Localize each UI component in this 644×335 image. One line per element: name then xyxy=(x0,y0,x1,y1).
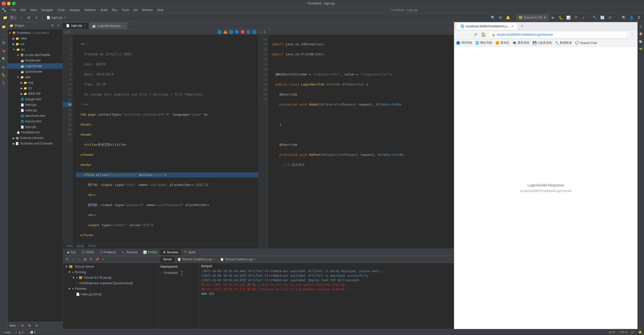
status-line-col[interactable]: 14:37 xyxy=(608,331,615,334)
browser-icon-4[interactable]: 🔵 xyxy=(235,30,239,34)
breadcrumb-form[interactable]: form xyxy=(88,244,95,248)
browser-reload-btn[interactable]: ↺ xyxy=(472,31,479,38)
tab-profiler[interactable]: 📊 Profiler xyxy=(141,250,160,255)
bookmark-sharedchat[interactable]: 💬 Shared Chat xyxy=(575,41,597,45)
debug-button[interactable]: 🐛 xyxy=(558,15,564,21)
profile-button[interactable]: ⏱ xyxy=(573,15,579,21)
bookmark-chongzhuang[interactable]: 💻 重装系统 xyxy=(512,41,530,45)
status-line-ending[interactable]: LF xyxy=(631,331,634,334)
browser-icon-6[interactable]: 🌀 xyxy=(246,30,251,34)
localhost-log-close[interactable]: ✕ xyxy=(213,258,215,261)
java-code-content[interactable]: import java.io.IOException; import java.… xyxy=(269,35,454,249)
structure-sidebar-icon[interactable]: 🏗 xyxy=(1,40,6,45)
editor-tab-login-jsp[interactable]: 📄 login.jsp ✕ xyxy=(63,22,89,29)
tree-web-inf[interactable]: ▶ 📁 WEB-INF xyxy=(8,91,63,97)
svc-tomcat-instance[interactable]: ▼ ● 🐱 Tomcat 9.0.30 [local] xyxy=(63,275,158,280)
tree-login-servlet[interactable]: ☕ LoginServlet xyxy=(8,63,63,69)
svc-refresh-btn[interactable]: ↺ xyxy=(64,257,69,262)
status-warnings[interactable]: ⚠ ▲ 3 xyxy=(15,330,23,334)
svc-filter-btn[interactable]: ⊽ xyxy=(89,257,94,262)
svc-add-btn[interactable]: + xyxy=(101,257,106,262)
status-encoding[interactable]: UTF-8 xyxy=(619,331,627,334)
jsp-code-scroll[interactable]: 12345 678910 11121314 1516171819 2021 <%… xyxy=(63,35,258,243)
menu-help[interactable]: Help xyxy=(155,8,166,12)
tree-iml[interactable]: 📋 FirstWeb4.iml xyxy=(8,130,63,135)
web-close-btn[interactable]: ✕ xyxy=(34,323,39,328)
menu-navigate[interactable]: Navigate xyxy=(39,8,55,12)
close-window-btn[interactable] xyxy=(2,2,6,5)
tree-web[interactable]: ▼ 📁 web xyxy=(8,74,63,80)
svc-group-btn[interactable]: ⊞ xyxy=(83,257,88,262)
settings-btn[interactable]: ⚙ xyxy=(498,15,504,21)
catalina-log-close[interactable]: ✕ xyxy=(254,258,256,261)
tree-quick-servlet[interactable]: ☕ QuickServlet xyxy=(8,69,63,74)
menu-tools[interactable]: Tools xyxy=(120,8,131,12)
gradle-sidebar-icon[interactable]: 🐘 xyxy=(638,39,643,44)
menu-git[interactable]: Git xyxy=(132,8,139,12)
bookmark-shujuhuifu[interactable]: 🔧 数据恢复 xyxy=(555,41,572,45)
bookmark-aitaobao[interactable]: 🟠 爱淘宝 xyxy=(495,41,509,45)
web-sync-btn[interactable]: ⟳ xyxy=(20,323,25,328)
tab-services[interactable]: ⚙ Services xyxy=(160,250,181,255)
tree-dologin[interactable]: 🌐 dologin.html xyxy=(8,97,63,102)
svc-pin-btn[interactable]: 📌 xyxy=(95,257,100,262)
browser-back-btn[interactable]: ← xyxy=(456,31,463,38)
tree-ext-libs[interactable]: ▶ 📚 External Libraries xyxy=(8,135,63,141)
find-in-files-btn[interactable]: 🔍 xyxy=(621,15,627,21)
tab-close-btn[interactable]: ✕ xyxy=(84,24,86,27)
menu-build[interactable]: Build xyxy=(99,8,109,12)
browser-icon-7[interactable]: 🌐 xyxy=(252,30,256,34)
menu-window[interactable]: Window xyxy=(140,8,155,12)
tree-img[interactable]: ▶ 📁 img xyxy=(8,80,63,85)
maximize-window-btn[interactable] xyxy=(12,2,16,5)
svc-tab-server[interactable]: Server xyxy=(160,257,174,262)
browser-tab-active[interactable]: 🌐 localhost:8080/FirstWeb4/Lo... ✕ xyxy=(456,23,518,30)
browser-tab-close[interactable]: ✕ xyxy=(511,25,513,28)
commit-sidebar-icon[interactable]: ⑂ xyxy=(1,32,6,37)
coverage-button[interactable]: 📊 xyxy=(565,15,571,21)
deploy-arrows[interactable]: ▲ ▼ xyxy=(181,270,183,276)
browser-icon-5[interactable]: 🔴 xyxy=(240,30,245,34)
menu-analyze[interactable]: Analyze xyxy=(67,8,82,12)
tree-index-jsp[interactable]: 📄 index.jsp xyxy=(8,108,63,113)
breadcrumb-html[interactable]: html xyxy=(66,244,73,248)
tree-idea[interactable]: ▶ 📁 .idea xyxy=(8,36,63,41)
tree-scratches[interactable]: ▶ 📝 Scratches and Consoles xyxy=(8,141,63,146)
jsp-code-content[interactable]: <%-- Created by IntelliJ IDEA. User: 861… xyxy=(73,35,258,243)
menu-edit[interactable]: Edit xyxy=(18,8,28,12)
reload-btn[interactable]: ↺ xyxy=(607,15,613,21)
svc-finished[interactable]: ▼ ● Finished xyxy=(63,286,158,292)
tab-build[interactable]: 🔨 Build xyxy=(181,250,198,255)
menu-refactor[interactable]: Refactor xyxy=(83,8,98,12)
browser-new-tab-btn[interactable]: + xyxy=(518,23,525,30)
status-vcs[interactable]: ⑂ main xyxy=(2,331,11,334)
menu-file[interactable]: File xyxy=(9,8,18,12)
bookmarks-sidebar-icon[interactable]: 🔖 xyxy=(1,48,6,53)
project-view-btn[interactable]: 📁 xyxy=(2,15,8,21)
browser-icon-3[interactable]: 🌐 xyxy=(229,30,233,34)
project-sidebar-icon[interactable]: 📁 xyxy=(1,24,6,29)
status-notifications[interactable]: 🔔 xyxy=(638,330,642,334)
java-code-scroll[interactable]: 1415161718 1920212223 242526 import java… xyxy=(259,35,454,249)
notifications-btn[interactable]: 🔔 xyxy=(505,15,511,21)
browser-url-bar[interactable]: 🔒 localhost:8080/FirstWeb4/LoginServlet xyxy=(488,31,627,38)
tab-terminal[interactable]: >_ Terminal xyxy=(119,250,140,255)
tree-src[interactable]: ▼ 📁 src xyxy=(8,47,63,52)
debug-sidebar-icon[interactable]: 🐛 xyxy=(1,72,6,77)
tree-package[interactable]: ▼ 📦 cn.edu.MyITHeiMa xyxy=(8,52,63,58)
tree-out[interactable]: ▶ 📁 out xyxy=(8,41,63,47)
maven-sidebar-icon[interactable]: 📦 xyxy=(638,32,643,37)
menu-code[interactable]: Code xyxy=(56,8,67,12)
tree-root[interactable]: ▼ 📦 FirstWeb4 C:\Users\8615 xyxy=(8,30,63,36)
svc-tomcat-server[interactable]: ▼ 🐱 Tomcat Server xyxy=(63,264,158,269)
editor-tab-login-servlet[interactable]: ☕ LoginServlet.java ✕ xyxy=(89,22,127,29)
bookmark-upan[interactable]: 💾 U盘装系统 xyxy=(533,41,552,45)
build-btn[interactable]: 🔨 xyxy=(592,15,598,21)
browser-forward-btn[interactable]: → xyxy=(464,31,471,38)
toolbar-settings-btn[interactable]: ⚙ xyxy=(26,15,32,21)
svc-tab-localhost-log[interactable]: 📋 Tomcat Localhost Log ✕ xyxy=(175,257,217,262)
tree-learnjs[interactable]: 🌐 learnJs.html xyxy=(8,119,63,124)
svc-up-btn[interactable]: ↑ xyxy=(70,257,75,262)
stop-button[interactable]: ■ xyxy=(580,15,586,21)
tree-first-servlet[interactable]: ☕ FirstServlet xyxy=(8,58,63,63)
